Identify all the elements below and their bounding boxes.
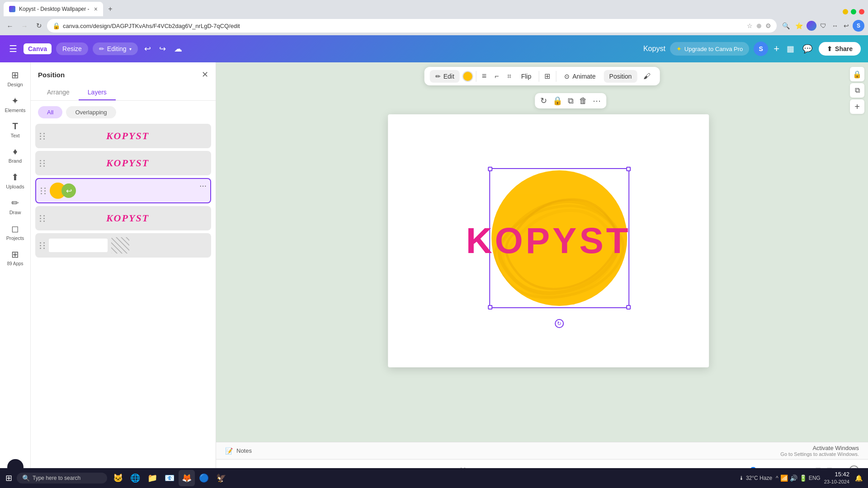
crop-button[interactable]: ⌗ <box>505 70 514 82</box>
rotate-handle[interactable]: ↻ <box>555 319 564 328</box>
flip-button[interactable]: Flip <box>517 70 536 83</box>
sidebar-item-elements[interactable]: ✦ Elements <box>2 92 29 117</box>
back-button[interactable]: ← <box>4 19 16 32</box>
add-canvas-button[interactable]: + <box>850 99 864 114</box>
sidebar-item-uploads[interactable]: ⬆ Uploads <box>2 168 29 193</box>
edit-button[interactable]: ✏ Edit <box>430 70 460 83</box>
zoom-icon[interactable]: 🔍 <box>780 20 792 31</box>
notes-label[interactable]: Notes <box>236 447 252 454</box>
system-tray: ^ 📶 🔊 🔋 ENG <box>776 474 821 482</box>
address-bar[interactable]: 🔒 canva.com/design/DAGPJTKvAhs/F4VCb2dag… <box>47 19 777 33</box>
taskbar-app-cat[interactable]: 🐱 <box>110 470 126 486</box>
extension2-icon[interactable]: ⚙ <box>765 22 771 29</box>
copy-button[interactable]: ⧉ <box>568 96 574 106</box>
plus-button[interactable]: + <box>773 42 780 56</box>
canvas-page[interactable]: KOPYST ↻ <box>388 114 709 367</box>
forward-button[interactable]: → <box>18 19 31 32</box>
filter-all-button[interactable]: All <box>38 106 62 118</box>
more-options-button[interactable]: ⋯ <box>593 96 601 106</box>
maximize-button[interactable] <box>851 9 856 14</box>
animate-button[interactable]: ⊙ Animate <box>559 70 601 83</box>
comments-button[interactable]: 💬 <box>801 42 814 56</box>
tab-arrange[interactable]: Arrange <box>38 85 79 100</box>
analytics-button[interactable]: ▦ <box>785 42 796 56</box>
panel-close-button[interactable]: ✕ <box>202 70 208 80</box>
close-button[interactable] <box>859 9 864 14</box>
bookmark-icon[interactable]: ☆ <box>747 22 753 29</box>
corner-button[interactable]: ⌐ <box>492 70 501 82</box>
tab-close[interactable]: × <box>94 5 98 13</box>
layer-item-1[interactable]: KOPYST <box>35 124 211 148</box>
lock-canvas-button[interactable]: 🔒 <box>850 67 864 81</box>
tab-layers[interactable]: Layers <box>79 85 116 100</box>
refresh2-icon[interactable]: ↩ <box>842 20 851 31</box>
menu-button[interactable]: ☰ <box>7 42 19 56</box>
star-icon[interactable]: ⭐ <box>793 20 805 31</box>
refresh-button[interactable]: ↻ <box>33 19 45 32</box>
sidebar-item-draw[interactable]: ✏ Draw <box>2 194 29 219</box>
volume-icon[interactable]: 🔊 <box>790 474 797 482</box>
layer-item-2[interactable]: KOPYST <box>35 151 211 175</box>
clock[interactable]: 15:42 23-10-2024 <box>824 471 849 485</box>
redo-button[interactable]: ↪ <box>157 42 168 56</box>
sidebar-item-text[interactable]: T Text <box>2 117 29 142</box>
taskbar-app-eagle[interactable]: 🦅 <box>213 470 229 486</box>
projects-icon: ◻ <box>11 223 19 234</box>
new-tab-button[interactable]: + <box>104 3 117 15</box>
sidebar-item-projects[interactable]: ◻ Projects <box>2 220 29 244</box>
taskbar-search[interactable]: 🔍 Type here to search <box>17 473 107 483</box>
grid-button[interactable]: ⊞ <box>542 70 553 82</box>
layer-item-5[interactable] <box>35 233 211 258</box>
taskbar-app-firefox[interactable]: 🦊 <box>179 470 195 486</box>
start-button[interactable]: ⊞ <box>2 471 16 485</box>
browser-tab[interactable]: Kopyst - Desktop Wallpaper - × <box>4 2 103 16</box>
delete-button[interactable]: 🗑 <box>579 96 587 106</box>
taskbar-app-circle[interactable]: 🔵 <box>196 470 212 486</box>
extension1-icon[interactable]: ⊕ <box>756 22 762 29</box>
wifi-icon[interactable]: 📶 <box>780 474 788 482</box>
layer-more-button-3[interactable]: ⋯ <box>199 182 207 190</box>
upgrade-button[interactable]: ✦ Upgrade to Canva Pro <box>670 42 749 56</box>
rotate-button[interactable]: ↻ <box>540 96 547 106</box>
cloud-save-button[interactable]: ☁ <box>172 42 184 56</box>
drag-handle-5[interactable] <box>40 242 45 249</box>
profile-avatar[interactable]: S <box>853 20 864 32</box>
keyboard-icon[interactable]: ENG <box>809 475 821 481</box>
align-button[interactable]: ≡ <box>479 70 490 83</box>
minimize-button[interactable] <box>843 9 848 14</box>
drag-handle-4[interactable] <box>40 215 45 222</box>
drag-handle-1[interactable] <box>40 133 45 140</box>
taskbar-app-mail[interactable]: 📧 <box>161 470 178 486</box>
position-panel: Position ✕ Arrange Layers All Overlappin… <box>31 62 216 481</box>
drag-handle-3[interactable] <box>41 188 46 194</box>
activate-windows-notice: Activate Windows Go to Settings to activ… <box>780 445 859 457</box>
undo-button[interactable]: ↩ <box>142 42 153 56</box>
share-button[interactable]: ⬆ Share <box>819 42 861 56</box>
sidebar-item-apps[interactable]: ⊞ 89 Apps <box>2 245 29 270</box>
position-button[interactable]: Position <box>604 70 637 83</box>
sidebar-item-brand[interactable]: ♦ Brand <box>2 143 29 167</box>
canva-logo[interactable]: Canva <box>24 43 52 54</box>
layer-item-3[interactable]: ↩ ⋯ <box>35 178 211 203</box>
lock-button[interactable]: 🔒 <box>552 96 562 106</box>
notification-button[interactable]: 🔔 <box>853 473 864 483</box>
layer-item-4[interactable]: KOPYST <box>35 206 211 230</box>
taskbar-app-files[interactable]: 📁 <box>144 470 160 486</box>
user-avatar[interactable]: S <box>754 42 768 56</box>
canva-extension-icon[interactable] <box>807 21 816 31</box>
history-icon[interactable]: ↔ <box>830 20 840 31</box>
style-button[interactable]: 🖌 <box>640 70 654 82</box>
sidebar-item-design[interactable]: ⊞ Design <box>2 66 29 91</box>
taskbar-app-browser[interactable]: 🌐 <box>127 470 143 486</box>
editing-button[interactable]: ✏ Editing ▾ <box>93 42 138 55</box>
battery-icon[interactable]: 🔋 <box>799 474 807 482</box>
drag-handle-2[interactable] <box>40 160 45 167</box>
upgrade-label: Upgrade to Canva Pro <box>684 46 743 52</box>
arrow-up-icon[interactable]: ^ <box>776 475 778 481</box>
filter-overlapping-button[interactable]: Overlapping <box>66 106 116 118</box>
color-swatch[interactable] <box>462 71 473 82</box>
resize-button[interactable]: Resize <box>56 42 88 55</box>
design-text-front: KOPYST <box>466 220 631 262</box>
shield-extension-icon[interactable]: 🛡 <box>818 20 828 31</box>
duplicate-canvas-button[interactable]: ⧉ <box>850 83 864 98</box>
